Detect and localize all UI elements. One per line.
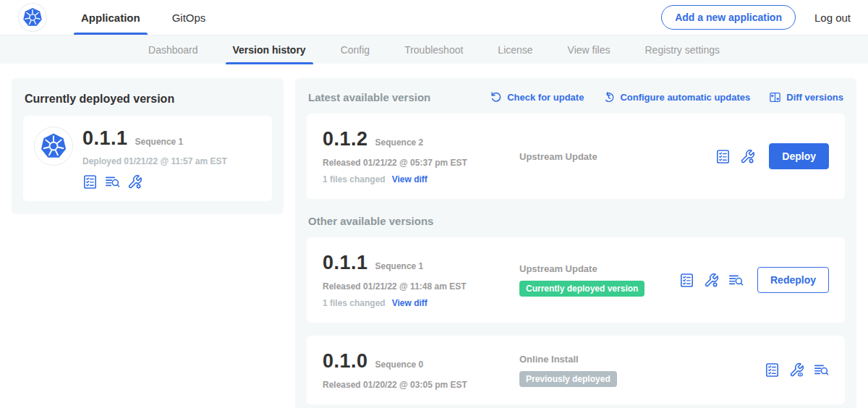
diff-icon bbox=[769, 91, 781, 103]
tab-registry-settings[interactable]: Registry settings bbox=[628, 35, 737, 64]
currently-deployed-title: Currently deployed version bbox=[25, 93, 271, 106]
check-for-update-label: Check for update bbox=[507, 92, 584, 103]
tab-dashboard-label: Dashboard bbox=[148, 44, 198, 56]
configure-automatic-updates-link[interactable]: Configure automatic updates bbox=[603, 91, 750, 103]
deploy-logs-icon[interactable] bbox=[814, 362, 829, 378]
version-row-0-1-1: 0.1.1 Sequence 1 Released 01/21/22 @ 11:… bbox=[307, 237, 845, 323]
release-notes-icon[interactable] bbox=[679, 273, 694, 288]
version-number: 0.1.1 bbox=[323, 252, 368, 274]
check-for-update-link[interactable]: Check for update bbox=[490, 91, 584, 103]
view-diff-link[interactable]: View diff bbox=[392, 298, 427, 308]
header-tab-gitops[interactable]: GitOps bbox=[156, 0, 222, 35]
release-notes-icon[interactable] bbox=[715, 149, 731, 164]
tab-config[interactable]: Config bbox=[323, 35, 387, 64]
tab-version-history[interactable]: Version history bbox=[216, 35, 323, 64]
tab-license-label: License bbox=[498, 44, 532, 56]
files-changed-label: 1 files changed bbox=[323, 298, 386, 308]
sequence-label: Sequence 1 bbox=[375, 261, 424, 271]
released-timestamp: Released 01/21/22 @ 05:37 pm EST bbox=[323, 158, 503, 168]
tab-view-files[interactable]: View files bbox=[550, 35, 628, 64]
currently-deployed-version-card: 0.1.1 Sequence 1 Deployed 01/21/22 @ 11:… bbox=[23, 116, 272, 201]
view-diff-link[interactable]: View diff bbox=[392, 174, 427, 184]
schedule-update-icon bbox=[603, 91, 615, 103]
app-kubernetes-logo bbox=[35, 127, 72, 165]
deploy-logs-icon[interactable] bbox=[105, 174, 120, 190]
redeploy-button[interactable]: Redeploy bbox=[757, 267, 829, 293]
version-row-0-1-0: 0.1.0 Sequence 0 Released 01/20/22 @ 03:… bbox=[307, 336, 845, 404]
version-source-label: Upstream Update bbox=[519, 263, 679, 274]
previously-deployed-badge: Previously deployed bbox=[519, 371, 617, 387]
edit-config-icon[interactable] bbox=[127, 174, 142, 190]
currently-deployed-badge: Currently deployed version bbox=[519, 281, 644, 297]
currently-deployed-card: Currently deployed version 0.1.1 Sequenc… bbox=[12, 78, 284, 214]
logout-button[interactable]: Log out bbox=[814, 12, 851, 24]
view-config-icon[interactable] bbox=[789, 362, 804, 378]
other-available-title: Other available versions bbox=[308, 215, 843, 227]
tab-dashboard[interactable]: Dashboard bbox=[131, 35, 216, 64]
deployed-version-number: 0.1.1 bbox=[82, 127, 128, 150]
version-source-label: Upstream Update bbox=[519, 151, 715, 162]
version-number: 0.1.0 bbox=[323, 350, 368, 373]
tab-version-history-label: Version history bbox=[233, 44, 306, 56]
files-changed-label: 1 files changed bbox=[323, 174, 386, 184]
configure-automatic-updates-label: Configure automatic updates bbox=[620, 92, 750, 103]
release-notes-icon[interactable] bbox=[765, 362, 780, 378]
app-subnav: Dashboard Version history Config Trouble… bbox=[0, 35, 868, 64]
released-timestamp: Released 01/20/22 @ 03:05 pm EST bbox=[323, 380, 503, 390]
sequence-label: Sequence 0 bbox=[375, 360, 424, 370]
sequence-label: Sequence 2 bbox=[375, 137, 424, 148]
kubernetes-logo bbox=[19, 4, 46, 31]
main-content: Currently deployed version 0.1.1 Sequenc… bbox=[0, 64, 868, 408]
tab-troubleshoot-label: Troubleshoot bbox=[404, 44, 463, 56]
version-row-0-1-2: 0.1.2 Sequence 2 Released 01/21/22 @ 05:… bbox=[307, 114, 845, 199]
release-notes-icon[interactable] bbox=[82, 174, 98, 190]
header-tab-application[interactable]: Application bbox=[65, 0, 156, 35]
version-number: 0.1.2 bbox=[323, 128, 368, 150]
diff-versions-label: Diff versions bbox=[786, 92, 843, 103]
app-header: Application GitOps Add a new application… bbox=[0, 0, 868, 35]
tab-registry-settings-label: Registry settings bbox=[645, 44, 720, 56]
diff-versions-link[interactable]: Diff versions bbox=[769, 91, 843, 103]
tab-troubleshoot[interactable]: Troubleshoot bbox=[387, 35, 480, 64]
tab-view-files-label: View files bbox=[568, 44, 610, 56]
add-new-application-button[interactable]: Add a new application bbox=[661, 5, 796, 30]
released-timestamp: Released 01/21/22 @ 11:48 am EST bbox=[323, 281, 503, 292]
refresh-icon bbox=[490, 91, 502, 103]
version-history-panel: Latest available version Check for updat… bbox=[295, 78, 856, 408]
version-source-label: Online Install bbox=[519, 354, 765, 365]
deploy-button[interactable]: Deploy bbox=[769, 143, 829, 169]
header-tab-application-label: Application bbox=[81, 12, 140, 24]
deploy-logs-icon[interactable] bbox=[728, 273, 744, 288]
edit-config-icon[interactable] bbox=[704, 273, 719, 288]
tab-license[interactable]: License bbox=[480, 35, 550, 64]
header-tab-gitops-label: GitOps bbox=[172, 12, 206, 24]
edit-config-icon[interactable] bbox=[740, 149, 755, 164]
latest-available-title: Latest available version bbox=[308, 91, 430, 103]
deployed-sequence-label: Sequence 1 bbox=[135, 137, 184, 147]
deployed-timestamp: Deployed 01/21/22 @ 11:57 am EST bbox=[82, 156, 227, 166]
tab-config-label: Config bbox=[341, 44, 370, 56]
